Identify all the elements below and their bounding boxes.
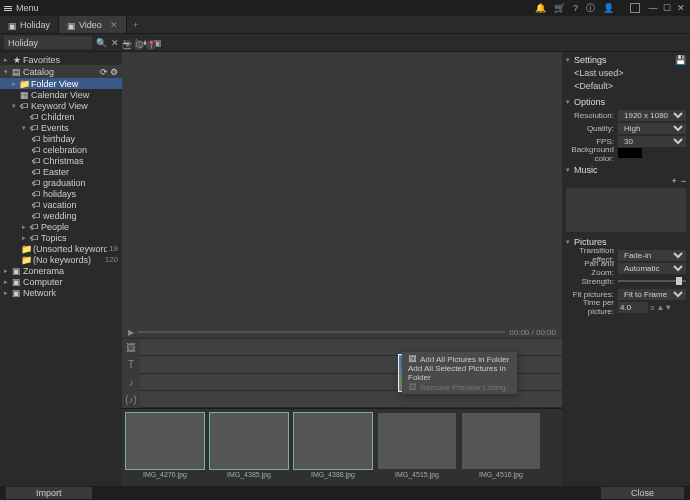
tab-video[interactable]: ▣ Video ✕ xyxy=(59,16,127,33)
resolution-select[interactable]: 1920 x 1080 xyxy=(618,110,686,121)
quality-select[interactable]: High xyxy=(618,123,686,134)
star-icon: ★ xyxy=(12,55,21,64)
pan-label: Pan and Zoom: xyxy=(566,259,618,277)
maximize-button[interactable]: ☐ xyxy=(662,3,672,13)
music-list[interactable] xyxy=(566,188,686,232)
catalog-icon: ▤ xyxy=(12,67,21,76)
tree-zonerama[interactable]: ▸▣Zonerama xyxy=(0,265,122,276)
thumbnail-image xyxy=(126,413,204,469)
add-music-button[interactable]: + xyxy=(671,176,676,186)
info-icon[interactable]: ⓘ xyxy=(586,2,595,15)
tree-catalog[interactable]: ▾▤Catalog⟳⚙ xyxy=(0,65,122,78)
thumbnail[interactable]: IMG_4516.jpg xyxy=(462,413,540,478)
import-button[interactable]: Import xyxy=(6,487,92,499)
fit-select[interactable]: Fit to Frame xyxy=(618,289,686,300)
clear-icon[interactable]: ✕ xyxy=(111,38,119,48)
computer-icon: ▣ xyxy=(12,277,21,286)
close-button[interactable]: Close xyxy=(601,487,684,499)
time-input[interactable] xyxy=(618,302,648,313)
context-menu: 🖼Add All Pictures in Folder Add All Sele… xyxy=(402,352,517,394)
tag-icon: 🏷 xyxy=(30,123,39,132)
quality-label: Quality: xyxy=(566,124,618,133)
time-display: 00:00 / 00:00 xyxy=(509,328,556,337)
tag-icon: 🏷 xyxy=(32,156,41,165)
strength-slider[interactable] xyxy=(618,280,686,282)
fullscreen-icon[interactable] xyxy=(630,3,640,13)
thumbnail[interactable]: 📷ⓘ📍 IMG_4385.jpg xyxy=(210,413,288,478)
thumbnail[interactable]: 📷ⓘ📍 IMG_4388.jpg xyxy=(294,413,372,478)
tree-topics[interactable]: ▸🏷Topics xyxy=(0,232,122,243)
fps-select[interactable]: 30 xyxy=(618,136,686,147)
preset-last[interactable]: <Last used> xyxy=(566,68,624,78)
tree-event-item[interactable]: 🏷Easter xyxy=(0,166,122,177)
tree-unsorted[interactable]: 📁(Unsorted keywords)19 xyxy=(0,243,122,254)
options-header[interactable]: ▾Options xyxy=(566,96,686,108)
tree-folder-view[interactable]: ▸📁Folder View xyxy=(0,78,122,89)
play-button[interactable]: ▶ xyxy=(128,328,134,337)
tree-event-item[interactable]: 🏷birthday xyxy=(0,133,122,144)
thumbnail-image xyxy=(462,413,540,469)
tree-event-item[interactable]: 🏷wedding xyxy=(0,210,122,221)
tree-event-item[interactable]: 🏷graduation xyxy=(0,177,122,188)
menu-remove-preview[interactable]: 🖼Remove Preview Listing xyxy=(402,380,517,394)
track-text-icon: T xyxy=(128,359,134,370)
statusbar: Import Close xyxy=(0,486,690,500)
folder-icon: 📁 xyxy=(22,255,31,264)
music-header[interactable]: ▾Music xyxy=(566,164,686,176)
calendar-icon: ▦ xyxy=(20,90,29,99)
tree-favorites[interactable]: ▸★Favorites xyxy=(0,54,122,65)
titlebar: Menu 🔔 🛒 ? ⓘ 👤 — ☐ ✕ xyxy=(0,0,690,16)
tree-network[interactable]: ▸▣Network xyxy=(0,287,122,298)
tree-calendar-view[interactable]: ▦Calendar View xyxy=(0,89,122,100)
tab-close-button[interactable]: ✕ xyxy=(110,20,118,30)
cart-icon[interactable]: 🛒 xyxy=(554,3,565,13)
menu-add-selected[interactable]: Add All Selected Pictures in Folder xyxy=(402,366,517,380)
folder-icon: 📁 xyxy=(20,79,29,88)
tab-holiday[interactable]: ▣ Holiday xyxy=(0,16,59,33)
tree-events[interactable]: ▾🏷Events xyxy=(0,122,122,133)
tree-event-item[interactable]: 🏷holidays xyxy=(0,188,122,199)
settings-header[interactable]: ▾Settings💾 xyxy=(566,54,686,66)
thumbnail-image xyxy=(378,413,456,469)
search-input[interactable] xyxy=(4,36,92,49)
minimize-button[interactable]: — xyxy=(648,3,658,13)
info-icon: ⓘ xyxy=(134,40,144,50)
thumbnail[interactable]: 📷ⓘ📍 IMG_4276.jpg xyxy=(126,413,204,478)
thumbnail[interactable]: IMG_4515.jpg xyxy=(378,413,456,478)
tree-keyword-view[interactable]: ▾🏷Keyword View xyxy=(0,100,122,111)
tree-children[interactable]: 🏷Children xyxy=(0,111,122,122)
menu-label[interactable]: Menu xyxy=(16,3,39,13)
editor-area: ▶ 00:00 / 00:00 🖼 T ♪ (♪) 📷ⓘ📍 IMG_42 xyxy=(122,52,562,486)
tree-nokey[interactable]: 📁(No keywords)120 xyxy=(0,254,122,265)
tree-people[interactable]: ▸🏷People xyxy=(0,221,122,232)
search-icon[interactable]: 🔍 xyxy=(96,38,107,48)
preset-default[interactable]: <Default> xyxy=(566,81,613,91)
tree-event-item[interactable]: 🏷vacation xyxy=(0,199,122,210)
filename: IMG_4515.jpg xyxy=(395,471,439,478)
refresh-icon[interactable]: ⟳ xyxy=(100,67,108,77)
help-icon[interactable]: ? xyxy=(573,3,578,13)
transition-select[interactable]: Fade-in xyxy=(618,250,686,261)
tag-icon: 🏷 xyxy=(32,200,41,209)
image-icon: 🖼 xyxy=(408,355,416,364)
remove-music-button[interactable]: − xyxy=(681,176,686,186)
pan-select[interactable]: Automatic xyxy=(618,263,686,274)
tag-icon: 🏷 xyxy=(32,211,41,220)
cloud-icon: ▣ xyxy=(12,266,21,275)
badge-icon: 📷 xyxy=(122,40,132,50)
new-tab-button[interactable]: + xyxy=(127,16,144,33)
bgcolor-swatch[interactable] xyxy=(618,148,642,158)
tree-computer[interactable]: ▸▣Computer xyxy=(0,276,122,287)
tag-icon: 🏷 xyxy=(32,178,41,187)
seek-bar[interactable] xyxy=(138,331,505,333)
tab-label: Holiday xyxy=(20,20,50,30)
close-window-button[interactable]: ✕ xyxy=(676,3,686,13)
tag-icon: 🏷 xyxy=(30,112,39,121)
tree-event-item[interactable]: 🏷celebration xyxy=(0,144,122,155)
menu-button[interactable] xyxy=(4,6,12,11)
gear-icon[interactable]: ⚙ xyxy=(110,67,118,77)
save-icon[interactable]: 💾 xyxy=(675,55,686,65)
avatar-icon[interactable]: 👤 xyxy=(603,3,614,13)
bell-icon[interactable]: 🔔 xyxy=(535,3,546,13)
tree-event-item[interactable]: 🏷Christmas xyxy=(0,155,122,166)
